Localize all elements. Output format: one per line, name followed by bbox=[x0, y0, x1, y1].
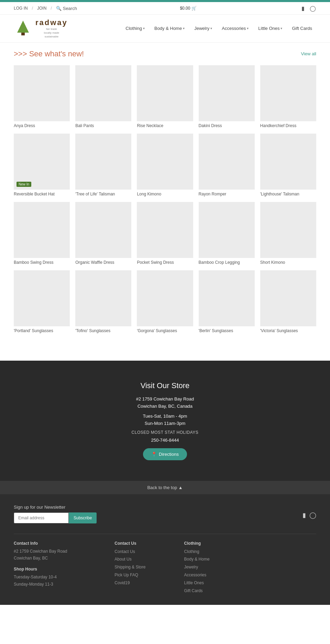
product-image bbox=[137, 134, 193, 190]
svg-rect-1 bbox=[21, 33, 25, 35]
logo[interactable]: radway fair tradelocally madesustainable bbox=[14, 18, 68, 39]
footer-col-links2: ClothingClothingBody & HomeJewelryAccess… bbox=[184, 541, 247, 595]
footer-shop-hours1: Tuesday-Saturday 10-4 bbox=[14, 575, 57, 579]
product-image bbox=[199, 134, 255, 190]
product-name: 'Victoria' Sunglasses bbox=[260, 328, 316, 333]
directions-button[interactable]: 📍 Directions bbox=[143, 448, 187, 460]
footer-col3-title: Clothing bbox=[184, 541, 247, 546]
nav-gift-cards[interactable]: Gift Cards bbox=[288, 24, 316, 33]
nav-clothing[interactable]: Clothing ▾ bbox=[121, 24, 149, 33]
store-address-line1: #2 1759 Cowichan Bay Road bbox=[136, 396, 194, 402]
product-card[interactable]: 'Victoria' Sunglasses bbox=[260, 270, 316, 333]
product-name: 'Tree of Life' Talisman bbox=[75, 192, 131, 196]
product-image bbox=[199, 202, 255, 258]
footer-facebook-icon[interactable]: ▮ bbox=[302, 511, 306, 519]
product-card[interactable]: Bamboo Swing Dress bbox=[14, 202, 70, 265]
product-card[interactable]: Anya Dress bbox=[14, 65, 70, 128]
product-name: Rayon Romper bbox=[199, 192, 255, 196]
footer-link[interactable]: Jewelry bbox=[184, 563, 247, 571]
nav-jewelry[interactable]: Jewelry ▾ bbox=[190, 24, 216, 33]
product-name: 'Tofino' Sunglasses bbox=[75, 328, 131, 333]
product-card[interactable]: Rise Necklace bbox=[137, 65, 193, 128]
product-card[interactable]: 'Gorgona' Sunglasses bbox=[137, 270, 193, 333]
product-card[interactable]: 'Tofino' Sunglasses bbox=[75, 270, 131, 333]
newsletter-form: Subscribe bbox=[14, 512, 97, 523]
product-image: New In bbox=[14, 134, 70, 190]
product-name: Short Kimono bbox=[260, 260, 316, 265]
divider: / bbox=[32, 6, 33, 11]
footer-link[interactable]: About Us bbox=[114, 555, 177, 563]
product-card[interactable]: Bamboo Crop Legging bbox=[199, 202, 255, 265]
footer-contact-address2: Cowichan Bay, BC bbox=[14, 556, 48, 561]
product-image bbox=[199, 65, 255, 121]
product-card[interactable]: Handkerchief Dress bbox=[260, 65, 316, 128]
product-card[interactable]: Pocket Swing Dress bbox=[137, 202, 193, 265]
nav-little-ones-label: Little Ones bbox=[258, 26, 279, 31]
product-card[interactable]: 'Lighthouse' Talisman bbox=[260, 134, 316, 196]
store-hours: Tues-Sat, 10am - 4pm Sun-Mon 11am-3pm bbox=[132, 413, 199, 427]
product-image bbox=[14, 65, 70, 121]
product-card[interactable]: Long Kimono bbox=[137, 134, 193, 196]
svg-marker-0 bbox=[17, 21, 29, 33]
join-link[interactable]: JOIN bbox=[37, 6, 46, 11]
instagram-icon[interactable]: ◯ bbox=[309, 5, 316, 12]
product-image bbox=[137, 202, 193, 258]
search-icon: 🔍 bbox=[56, 6, 62, 11]
section-title: >>> See what's new! bbox=[14, 49, 84, 58]
logo-text-area: radway fair tradelocally madesustainable bbox=[35, 18, 68, 39]
footer-link[interactable]: Accessories bbox=[184, 571, 247, 579]
nav-accessories[interactable]: Accessories ▾ bbox=[218, 24, 253, 33]
main-nav: Clothing ▾ Body & Home ▾ Jewelry ▾ Acces… bbox=[121, 24, 316, 33]
top-bar-left: LOG IN / JOIN / 🔍 Search bbox=[14, 6, 77, 11]
nav-body-home[interactable]: Body & Home ▾ bbox=[150, 24, 189, 33]
footer-col-contact: Contact Info #2 1759 Cowichan Bay Road C… bbox=[14, 541, 108, 595]
directions-label: Directions bbox=[159, 452, 179, 457]
product-image bbox=[75, 270, 131, 326]
product-image bbox=[137, 65, 193, 121]
cart-icon[interactable]: 🛒 bbox=[191, 6, 197, 11]
login-link[interactable]: LOG IN bbox=[14, 6, 28, 11]
nav-jewelry-arrow: ▾ bbox=[210, 26, 212, 30]
facebook-icon[interactable]: ▮ bbox=[300, 5, 307, 12]
footer-col-links1: Contact UsContact UsAbout UsShipping & S… bbox=[114, 541, 177, 595]
footer-link[interactable]: Little Ones bbox=[184, 579, 247, 587]
product-card[interactable]: 'Berlin' Sunglasses bbox=[199, 270, 255, 333]
nav-accessories-label: Accessories bbox=[222, 26, 246, 31]
product-name: Pocket Swing Dress bbox=[137, 260, 193, 265]
view-all-link[interactable]: View all bbox=[301, 51, 316, 56]
footer-shop-hours2: Sunday-Monday 11-3 bbox=[14, 582, 53, 587]
product-image bbox=[75, 134, 131, 190]
product-name: Handkerchief Dress bbox=[260, 123, 316, 128]
back-to-top[interactable]: Back to the top ▲ bbox=[0, 481, 330, 494]
product-card[interactable]: Dakini Dress bbox=[199, 65, 255, 128]
product-card[interactable]: Rayon Romper bbox=[199, 134, 255, 196]
search-label: Search bbox=[63, 6, 77, 11]
footer-link[interactable]: Pick Up FAQ bbox=[114, 571, 177, 579]
search-button[interactable]: 🔍 Search bbox=[56, 6, 77, 11]
product-card[interactable]: 'Tree of Life' Talisman bbox=[75, 134, 131, 196]
footer: Sign up for our Newsletter Subscribe ▮ ◯… bbox=[0, 494, 330, 605]
store-phone: 250-746-8444 bbox=[132, 438, 199, 443]
divider2: / bbox=[51, 6, 52, 11]
newsletter-subscribe-button[interactable]: Subscribe bbox=[69, 512, 97, 523]
store-card: Visit Our Store #2 1759 Cowichan Bay Roa… bbox=[132, 381, 199, 460]
product-card[interactable]: Short Kimono bbox=[260, 202, 316, 265]
footer-link[interactable]: Body & Home bbox=[184, 555, 247, 563]
footer-contact-address1: #2 1759 Cowichan Bay Road bbox=[14, 549, 67, 554]
footer-instagram-icon[interactable]: ◯ bbox=[309, 511, 316, 519]
newsletter-input[interactable] bbox=[14, 512, 69, 523]
footer-link[interactable]: Covid19 bbox=[114, 579, 177, 587]
footer-link[interactable]: Clothing bbox=[184, 548, 247, 556]
footer-link[interactable]: Shipping & Store bbox=[114, 563, 177, 571]
product-card[interactable]: New In Reversible Bucket Hat bbox=[14, 134, 70, 196]
product-image bbox=[199, 270, 255, 326]
product-card[interactable]: Organic Waffle Dress bbox=[75, 202, 131, 265]
footer-link[interactable]: Gift Cards bbox=[184, 587, 247, 595]
logo-name: radway bbox=[35, 18, 68, 27]
product-card[interactable]: Bali Pants bbox=[75, 65, 131, 128]
nav-little-ones[interactable]: Little Ones ▾ bbox=[254, 24, 286, 33]
product-card[interactable]: 'Portland' Sunglasses bbox=[14, 270, 70, 333]
product-name: 'Portland' Sunglasses bbox=[14, 328, 70, 333]
footer-link[interactable]: Contact Us bbox=[114, 548, 177, 556]
logo-svg bbox=[14, 19, 33, 38]
